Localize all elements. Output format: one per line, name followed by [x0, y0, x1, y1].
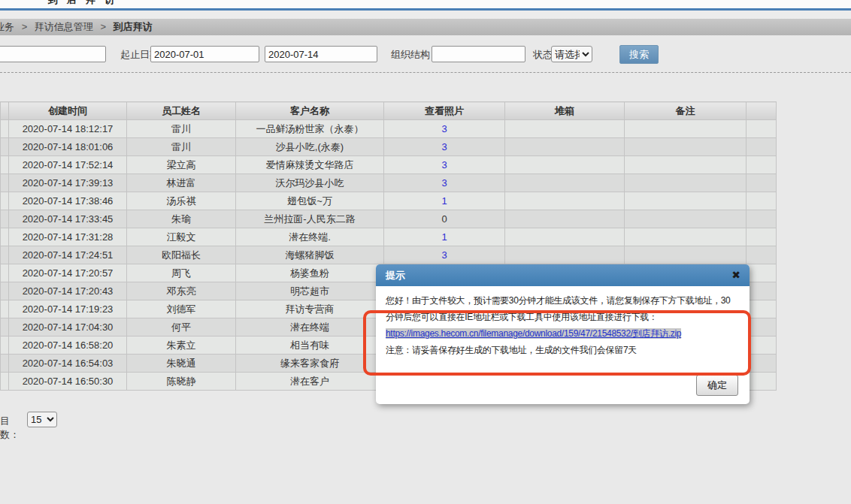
view-photos-cell: 1 [384, 228, 505, 246]
row-pad-cell [747, 210, 777, 228]
stack-cell [505, 228, 625, 246]
row-pad-cell [747, 355, 777, 373]
dialog-body: 您好！由于文件较大，预计需要30分钟才能生成该文件，请您复制保存下方下载地址，3… [376, 286, 750, 358]
breadcrumb-separator: > [100, 21, 106, 32]
employee-name-cell: 汤乐祺 [127, 192, 236, 210]
org-structure-input[interactable] [432, 46, 525, 62]
ok-button[interactable]: 确定 [696, 375, 738, 396]
remark-cell [625, 228, 747, 246]
photo-count-link[interactable]: 3 [441, 141, 447, 152]
date-from-input[interactable] [150, 46, 259, 62]
org-structure-label: 组织结构 [391, 48, 430, 62]
row-pad-cell [1, 192, 9, 210]
dialog-message-line: 分钟后您可以直接在IE地址栏或下载工具中使用该地址直接进行下载： [386, 309, 740, 325]
row-pad-cell [1, 264, 9, 282]
row-pad-cell [1, 373, 9, 391]
table-header-row: 创建时间员工姓名客户名称查看照片堆箱备注 [1, 102, 777, 120]
photo-count-link[interactable]: 3 [441, 159, 447, 171]
customer-name-cell: 一品鲜汤粉世家（永泰） [236, 120, 384, 138]
created-time-cell: 2020-07-14 17:19:23 [9, 300, 127, 318]
row-pad-cell [1, 228, 9, 246]
row-pad-cell [1, 120, 9, 138]
page-size-label: 目数： [0, 415, 20, 442]
row-pad-cell [747, 282, 777, 300]
download-link[interactable]: https://images.hecom.cn/filemanage/downl… [386, 328, 681, 339]
customer-name-cell: 潜在客户 [236, 373, 384, 391]
date-to-input[interactable] [265, 46, 377, 62]
view-photos-cell: 3 [384, 138, 505, 156]
column-header-empty [1, 102, 9, 120]
row-pad-cell [747, 138, 777, 156]
row-pad-cell [1, 210, 9, 228]
created-time-cell: 2020-07-14 17:31:28 [9, 228, 127, 246]
stack-cell [505, 210, 625, 228]
row-pad-cell [747, 373, 777, 391]
table-row: 2020-07-14 17:31:28 江毅文 潜在终端. 1 [1, 228, 777, 246]
partial-tab-label[interactable]: 到店拜访 [48, 0, 123, 7]
row-pad-cell [747, 228, 777, 246]
row-pad-cell [747, 318, 777, 337]
close-icon[interactable]: ✖ [731, 264, 740, 286]
created-time-cell: 2020-07-14 17:24:51 [9, 246, 127, 264]
filter-bar: 起止日期 组织结构 状态 请选择 搜索 [0, 45, 851, 65]
status-select[interactable]: 请选择 [551, 46, 592, 62]
dialog-message-line: 您好！由于文件较大，预计需要30分钟才能生成该文件，请您复制保存下方下载地址，3… [386, 292, 740, 309]
row-pad-cell [1, 174, 9, 192]
table-row: 2020-07-14 18:01:06 雷川 沙县小吃,(永泰) 3 [1, 138, 777, 156]
stack-cell [505, 120, 625, 138]
customer-name-cell: 海螺猪脚饭 [236, 246, 384, 264]
stack-cell [505, 192, 625, 210]
column-header: 创建时间 [9, 102, 127, 120]
photo-count: 0 [441, 213, 447, 225]
employee-name-cell: 林进富 [127, 174, 236, 192]
customer-name-cell: 沃尔玛沙县小吃 [236, 174, 384, 192]
employee-name-cell: 朱晓通 [127, 355, 236, 373]
remark-cell [625, 156, 747, 174]
row-pad-cell [747, 120, 777, 138]
row-pad-cell [747, 156, 777, 174]
row-pad-cell [1, 156, 9, 174]
row-pad-cell [1, 282, 9, 300]
customer-name-cell: 潜在终端. [236, 228, 384, 246]
keyword-input[interactable] [0, 46, 106, 62]
row-pad-cell [1, 337, 9, 355]
created-time-cell: 2020-07-14 17:39:13 [9, 174, 127, 192]
photo-count-link[interactable]: 3 [441, 123, 447, 134]
remark-cell [625, 138, 747, 156]
view-photos-cell: 1 [384, 192, 505, 210]
search-button[interactable]: 搜索 [619, 45, 659, 64]
row-pad-cell [747, 300, 777, 318]
created-time-cell: 2020-07-14 17:20:43 [9, 282, 127, 300]
photo-count-link[interactable]: 1 [441, 195, 447, 207]
photo-count-link[interactable]: 3 [441, 249, 447, 261]
stack-cell [505, 246, 625, 264]
breadcrumb: 业务 > 拜访信息管理 > 到店拜访 [0, 19, 851, 35]
photo-count-link[interactable]: 3 [441, 177, 447, 189]
customer-name-cell: 沙县小吃,(永泰) [236, 138, 384, 156]
created-time-cell: 2020-07-14 16:50:30 [9, 373, 127, 391]
customer-name-cell: 拜访专营商 [236, 300, 384, 318]
column-header-empty [747, 102, 777, 120]
created-time-cell: 2020-07-14 17:33:45 [9, 210, 127, 228]
customer-name-cell: 爱情麻辣烫文华路店 [236, 156, 384, 174]
customer-name-cell: 潜在终端 [236, 318, 384, 337]
photo-count-link[interactable]: 1 [441, 231, 447, 243]
created-time-cell: 2020-07-14 17:20:57 [9, 264, 127, 282]
stack-cell [505, 156, 625, 174]
table-row: 2020-07-14 17:39:13 林进富 沃尔玛沙县小吃 3 [1, 174, 777, 192]
stack-cell [505, 138, 625, 156]
page-size-select[interactable]: 15 [27, 412, 57, 427]
breadcrumb-item-business[interactable]: 业务 [0, 21, 14, 32]
view-photos-cell: 3 [384, 174, 505, 192]
breadcrumb-separator: > [22, 21, 28, 32]
created-time-cell: 2020-07-14 16:58:20 [9, 337, 127, 355]
row-pad-cell [1, 138, 9, 156]
dialog-note: 注意：请妥善保存好生成的下载地址，生成的文件我们会保留7天 [386, 342, 740, 358]
row-pad-cell [747, 337, 777, 355]
customer-name-cell: 相当有味 [236, 337, 384, 355]
download-notice-dialog: 提示 ✖ 您好！由于文件较大，预计需要30分钟才能生成该文件，请您复制保存下方下… [376, 264, 750, 404]
created-time-cell: 2020-07-14 17:38:46 [9, 192, 127, 210]
breadcrumb-item-visit-info[interactable]: 拜访信息管理 [35, 21, 93, 32]
remark-cell [625, 210, 747, 228]
created-time-cell: 2020-07-14 18:12:17 [9, 120, 127, 138]
